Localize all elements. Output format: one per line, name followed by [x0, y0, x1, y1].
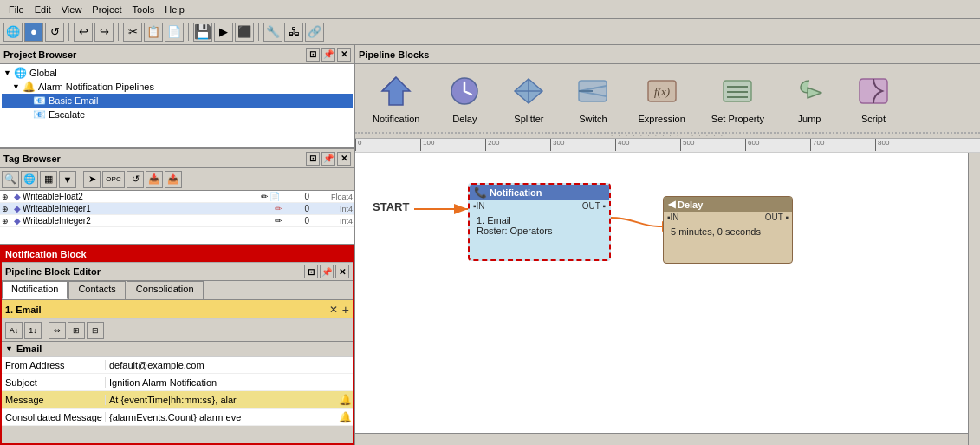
tag-grid-btn[interactable]: ▦ — [40, 171, 57, 188]
notification-node[interactable]: 📞 Notification ▪IN OUT ▪ 1. Email Roster… — [468, 183, 611, 261]
delay-node[interactable]: ◀ Delay ▪IN OUT ▪ 5 minutes, 0 seconds — [663, 196, 793, 264]
toolbar-btn-refresh[interactable]: ↺ — [45, 23, 64, 42]
section-header-email: ▼ Email — [2, 342, 353, 357]
editor-collapse-btn[interactable]: ⊟ — [87, 322, 104, 339]
notification-label: 1. Email — [5, 304, 327, 315]
tag-row-3[interactable]: ⊕ ◆ WriteableInteger2 ✏ 0 Int4 — [0, 215, 354, 227]
palette-notification[interactable]: Notification — [373, 72, 419, 124]
tree-item-basic-email[interactable]: 📧 Basic Email — [2, 94, 353, 108]
tree-item-global[interactable]: ▼ 🌐 Global — [2, 66, 353, 80]
tree-item-alarm-pipelines[interactable]: ▼ 🔔 Alarm Notification Pipelines — [2, 80, 353, 94]
tag-globe-btn[interactable]: 🌐 — [21, 171, 38, 188]
menu-project[interactable]: Project — [87, 3, 127, 16]
alarm-icon: 🔔 — [23, 81, 36, 93]
menu-file[interactable]: File — [3, 3, 29, 16]
toolbar-btn-cut[interactable]: ✂ — [123, 23, 142, 42]
palette-delay[interactable]: Delay — [445, 72, 484, 124]
canvas-vscrollbar[interactable] — [968, 153, 980, 445]
pipeline-block-editor: Notification Block Pipeline Block Editor… — [0, 245, 354, 445]
toolbar: 🌐 ● ↺ ↩ ↪ ✂ 📋 📄 💾 ▶ ⬛ 🔧 🖧 🔗 — [0, 19, 980, 45]
toolbar-btn-extra1[interactable]: 🖧 — [284, 23, 303, 42]
palette-notification-label: Notification — [373, 114, 419, 124]
tag-search-btn[interactable]: 🔍 — [2, 171, 19, 188]
palette-delay-label: Delay — [452, 114, 477, 124]
tag-dropdown-btn[interactable]: ▼ — [59, 171, 76, 188]
tag-export-btn[interactable]: 📤 — [165, 171, 182, 188]
notification-remove-btn[interactable]: ✕ — [327, 303, 341, 317]
email-section-expand[interactable]: ▼ — [5, 344, 13, 353]
menu-help[interactable]: Help — [159, 3, 190, 16]
toolbar-btn-extra2[interactable]: 🔗 — [305, 23, 324, 42]
tag-browser-restore-btn[interactable]: ⊡ — [306, 152, 320, 166]
canvas-area[interactable]: START 📞 Notification ▪IN OUT ▪ 1. Email … — [355, 153, 980, 445]
toolbar-btn-stop[interactable]: ⬛ — [235, 23, 254, 42]
tag-opc-btn[interactable]: OPC — [102, 171, 125, 188]
tag-refresh-btn[interactable]: ↺ — [127, 171, 144, 188]
menu-edit[interactable]: Edit — [29, 3, 56, 16]
editor-sort-num-btn[interactable]: 1↓ — [24, 322, 42, 339]
notification-add-btn[interactable]: + — [342, 303, 349, 317]
toolbar-btn-redo[interactable]: ↪ — [94, 23, 114, 42]
tree-item-escalate[interactable]: 📧 Escalate — [2, 108, 353, 121]
prop-row-consolidated[interactable]: Consolidated Message {alarmEvents.Count}… — [2, 409, 353, 426]
palette-set-property[interactable]: Set Property — [711, 72, 764, 124]
toolbar-btn-undo[interactable]: ↩ — [74, 23, 93, 42]
canvas-hscrollbar[interactable] — [355, 433, 968, 445]
palette-jump[interactable]: Jump — [790, 72, 828, 124]
palette-splitter[interactable]: Splitter — [509, 72, 548, 124]
project-browser-pin-btn[interactable]: 📌 — [321, 48, 335, 62]
ruler-tick-0: 0 — [355, 139, 361, 151]
toolbar-btn-copy[interactable]: 📋 — [144, 23, 163, 42]
tab-contacts[interactable]: Contacts — [68, 281, 125, 299]
prop-row-from[interactable]: From Address default@example.com — [2, 357, 353, 374]
tag-browser-header: Tag Browser ⊡ 📌 ✕ — [0, 149, 354, 168]
tag-browser-pin-btn[interactable]: 📌 — [321, 152, 335, 166]
editor-pin-btn[interactable]: 📌 — [320, 265, 334, 278]
menu-bar: File Edit View Project Tools Help — [0, 0, 980, 19]
notification-in-port: ▪IN — [473, 201, 485, 211]
toolbar-btn-new[interactable]: 🌐 — [3, 23, 23, 42]
tab-consolidation[interactable]: Consolidation — [127, 281, 204, 299]
menu-view[interactable]: View — [56, 3, 88, 16]
prop-row-message[interactable]: Message At {eventTime|hh:mm:ss}, alar 🔔 — [2, 391, 353, 409]
tag-val-3: 0 — [283, 216, 309, 226]
toolbar-btn-paste[interactable]: 📄 — [165, 23, 184, 42]
palette-script[interactable]: Script — [854, 72, 892, 124]
tag-doc-icon-1: 📄 — [269, 192, 280, 201]
tab-notification[interactable]: Notification — [2, 281, 68, 299]
toolbar-btn-save[interactable]: 💾 — [193, 23, 212, 42]
tag-import-btn[interactable]: 📥 — [146, 171, 163, 188]
tag-expand-3: ⊕ — [2, 217, 14, 226]
start-label: START — [373, 200, 409, 213]
toolbar-btn-open[interactable]: ● — [24, 23, 43, 42]
palette-expression[interactable]: f(x) Expression — [638, 72, 685, 124]
menu-tools[interactable]: Tools — [127, 3, 160, 16]
prop-name-message: Message — [2, 395, 106, 405]
editor-restore-btn[interactable]: ⊡ — [304, 265, 318, 278]
tag-row-1[interactable]: ⊕ ◆ WriteableFloat2 ✏ 📄 0 Float4 — [0, 191, 354, 203]
delay-node-icon: ◀ — [668, 199, 675, 210]
project-browser-restore-btn[interactable]: ⊡ — [306, 48, 320, 62]
tag-name-3: WriteableInteger2 — [23, 216, 275, 226]
tag-toolbar: 🔍 🌐 ▦ ▼ ➤ OPC ↺ 📥 📤 — [0, 168, 354, 191]
pipeline-canvas[interactable]: 0 100 200 300 400 500 600 700 800 — [355, 139, 980, 445]
prop-row-subject[interactable]: Subject Ignition Alarm Notification — [2, 374, 353, 391]
prop-icon-message[interactable]: 🔔 — [337, 394, 353, 406]
editor-tree-btn[interactable]: ⊞ — [68, 322, 85, 339]
tag-browser-close-btn[interactable]: ✕ — [337, 152, 351, 166]
editor-title: Pipeline Block Editor — [5, 266, 101, 277]
tag-type-2: Int4 — [309, 205, 353, 213]
tag-arrow-btn[interactable]: ➤ — [83, 171, 101, 188]
palette-switch[interactable]: Switch — [574, 72, 612, 124]
toolbar-btn-settings[interactable]: 🔧 — [263, 23, 282, 42]
delay-out-port: OUT ▪ — [765, 213, 789, 222]
toolbar-btn-publish[interactable]: ▶ — [214, 23, 233, 42]
editor-tabs: Notification Contacts Consolidation — [2, 281, 353, 300]
prop-icon-consolidated[interactable]: 🔔 — [337, 411, 353, 423]
project-browser-close-btn[interactable]: ✕ — [337, 48, 351, 62]
editor-sort-alpha-btn[interactable]: A↓ — [5, 322, 23, 339]
ruler-tick-700: 700 — [810, 139, 824, 151]
tag-row-2[interactable]: ⊕ ◆ WriteableInteger1 ✏ 0 Int4 — [0, 203, 354, 215]
editor-close-btn[interactable]: ✕ — [335, 265, 349, 278]
editor-expand-btn[interactable]: ⇔ — [49, 322, 66, 339]
